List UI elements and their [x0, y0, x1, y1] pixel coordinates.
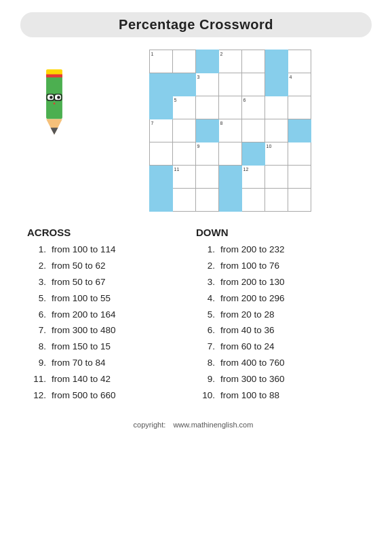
across-clues-list: 1.from 100 to 1142.from 50 to 623.from 5… [27, 244, 196, 402]
cell-r5c7 [288, 142, 311, 166]
clue-text: from 200 to 130 [220, 276, 285, 289]
pencil-area [20, 50, 88, 138]
top-section: 1 2 3 [20, 50, 372, 212]
clue-number: 4. [196, 292, 215, 305]
cell-r3c1 [149, 96, 172, 119]
svg-point-12 [54, 102, 56, 104]
clue-number: 2. [27, 260, 46, 273]
cell-r6c3 [195, 166, 218, 189]
pencil-icon [31, 63, 78, 138]
clue-number: 6. [27, 309, 46, 322]
clue-text: from 200 to 232 [220, 244, 285, 256]
cell-r3c2: 5 [172, 96, 195, 119]
cell-r3c7 [288, 96, 311, 119]
cell-r3c5: 6 [241, 96, 264, 119]
copyright-url: www.mathinenglish.com [173, 421, 253, 429]
down-clues-col: DOWN 1.from 200 to 2322.from 100 to 763.… [196, 227, 365, 406]
crossword-area: 1 2 3 [88, 50, 372, 212]
clue-item: 7.from 60 to 24 [196, 341, 365, 353]
clue-number: 5. [27, 292, 46, 305]
clue-text: from 200 to 296 [220, 292, 285, 305]
clue-number: 11. [27, 373, 46, 386]
clue-item: 6.from 200 to 164 [27, 309, 196, 322]
clue-number: 8. [196, 357, 215, 370]
clue-number: 1. [27, 244, 46, 256]
svg-marker-2 [51, 128, 58, 134]
clue-text: from 40 to 36 [220, 324, 275, 337]
copyright-label: copyright: [134, 421, 166, 429]
clue-number: 3. [196, 276, 215, 289]
page: Percentage Crossword [0, 0, 392, 555]
clue-text: from 100 to 114 [52, 244, 116, 256]
clue-item: 5.from 20 to 28 [196, 309, 365, 322]
clue-item: 11.from 140 to 42 [27, 373, 196, 386]
cell-r3c4 [218, 96, 241, 119]
clue-number: 5. [196, 309, 215, 322]
clue-item: 8.from 400 to 760 [196, 357, 365, 370]
cell-r3c6 [264, 96, 288, 119]
cell-r6c4 [218, 166, 241, 189]
down-heading: DOWN [196, 227, 365, 238]
cell-r7c4 [218, 189, 241, 212]
clue-item: 4.from 200 to 296 [196, 292, 365, 305]
cell-r6c7 [288, 166, 311, 189]
clue-item: 6.from 40 to 36 [196, 324, 365, 337]
cell-r2c2 [172, 73, 195, 96]
clue-item: 10.from 100 to 88 [196, 389, 365, 402]
cell-r2c4 [218, 73, 241, 96]
cell-r5c1 [149, 142, 172, 166]
clue-item: 12.from 500 to 660 [27, 389, 196, 402]
cell-r4c7 [288, 119, 311, 142]
clue-item: 8.from 150 to 15 [27, 341, 196, 353]
clue-text: from 200 to 164 [52, 309, 116, 322]
clue-text: from 70 to 84 [52, 357, 106, 370]
svg-rect-4 [46, 75, 62, 78]
clue-item: 2.from 100 to 76 [196, 260, 365, 273]
cell-r7c7 [288, 189, 311, 212]
cell-r1c6 [264, 50, 288, 73]
clue-number: 9. [196, 373, 215, 386]
cell-r5c3: 9 [195, 142, 218, 166]
across-heading: ACROSS [27, 227, 196, 238]
cell-r5c4 [218, 142, 241, 166]
clue-number: 8. [27, 341, 46, 353]
cell-r6c1 [149, 166, 172, 189]
clue-text: from 60 to 24 [220, 341, 275, 353]
crossword-grid: 1 2 3 [149, 50, 311, 212]
cell-r6c5: 12 [241, 166, 264, 189]
clue-item: 3.from 50 to 67 [27, 276, 196, 289]
cell-r7c6 [264, 189, 288, 212]
cell-r1c1: 1 [149, 50, 172, 73]
cell-r4c1: 7 [149, 119, 172, 142]
cell-r4c5 [241, 119, 264, 142]
clue-text: from 150 to 15 [52, 341, 111, 353]
cell-r1c3 [195, 50, 218, 73]
clue-text: from 100 to 76 [220, 260, 279, 273]
clue-text: from 500 to 660 [52, 389, 116, 402]
clue-text: from 100 to 88 [220, 389, 279, 402]
clue-item: 9.from 70 to 84 [27, 357, 196, 370]
cell-r2c3: 3 [195, 73, 218, 96]
cell-r2c1 [149, 73, 172, 96]
cell-r5c2 [172, 142, 195, 166]
cell-r1c4: 2 [218, 50, 241, 73]
clue-text: from 400 to 760 [220, 357, 285, 370]
cell-r1c5 [241, 50, 264, 73]
clue-item: 5.from 100 to 55 [27, 292, 196, 305]
copyright: copyright: www.mathinenglish.com [20, 421, 372, 434]
cell-r4c6 [264, 119, 288, 142]
clue-number: 2. [196, 260, 215, 273]
page-title: Percentage Crossword [20, 17, 372, 33]
clue-number: 9. [27, 357, 46, 370]
clue-text: from 140 to 42 [52, 373, 111, 386]
clue-text: from 20 to 28 [220, 309, 275, 322]
title-bar: Percentage Crossword [20, 12, 372, 37]
clue-item: 7.from 300 to 480 [27, 324, 196, 337]
clues-section: ACROSS 1.from 100 to 1142.from 50 to 623… [20, 227, 372, 406]
cell-r1c7 [288, 50, 311, 73]
svg-point-7 [50, 96, 53, 99]
cell-r7c2 [172, 189, 195, 212]
cell-r6c2: 11 [172, 166, 195, 189]
cell-r2c7: 4 [288, 73, 311, 96]
clue-item: 1.from 100 to 114 [27, 244, 196, 256]
